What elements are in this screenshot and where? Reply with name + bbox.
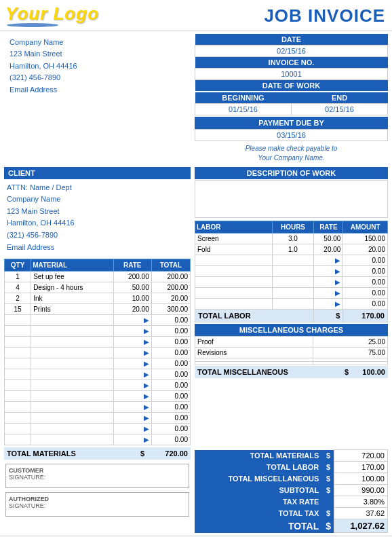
- sum-tax-rate-label: TAX RATE: [195, 496, 323, 508]
- labor-hours: 1.0: [272, 244, 314, 255]
- company-city: Hamilton, OH 44416: [9, 60, 185, 73]
- summary-table: TOTAL MATERIALS $ 720.00 TOTAL LABOR $ 1…: [195, 449, 388, 533]
- mat-material: Set up fee: [31, 272, 114, 282]
- mat-empty-arrow: ▶: [113, 402, 151, 413]
- mat-empty-arrow: ▶: [113, 424, 151, 434]
- mat-material: Design - 4 hours: [31, 282, 114, 293]
- labor-desc-empty: [195, 287, 273, 298]
- labor-hours: 3.0: [272, 233, 314, 244]
- material-row-empty: ▶ 0.00: [5, 402, 191, 413]
- signature-section: CUSTOMER SIGNATURE: AUTHORIZED SIGNATURE…: [4, 464, 191, 517]
- misc-amount: 25.00: [313, 336, 387, 347]
- mat-empty-material: [31, 326, 114, 337]
- labor-arrow: ▶: [314, 287, 343, 298]
- invoice-page: Your Logo JOB INVOICE Company Name 123 M…: [0, 0, 392, 537]
- labor-header-labor: LABOR: [195, 221, 273, 233]
- mat-empty-qty: [5, 380, 31, 391]
- date-invoice-table: DATE 02/15/16 INVOICE NO. 10001 DATE OF …: [195, 34, 388, 91]
- mat-material: Ink: [31, 293, 114, 304]
- beginning-value: 01/15/16: [195, 103, 292, 115]
- work-dates-table: BEGINNING END 01/15/16 02/15/16: [195, 92, 388, 115]
- client-city: Hamilton, OH 44416: [7, 217, 188, 229]
- mat-empty-arrow: ▶: [113, 358, 151, 369]
- summary-total-misc: TOTAL MISCELLANEOUS $ 100.00: [195, 473, 388, 485]
- sum-total-misc-dollar: $: [323, 473, 334, 485]
- material-row-empty: ▶ 0.00: [5, 348, 191, 358]
- client-attn: ATTN: Name / Dept: [7, 182, 188, 194]
- mat-header-material: MATERIAL: [31, 259, 114, 272]
- authorized-sig-row: AUTHORIZED SIGNATURE:: [5, 492, 189, 517]
- mat-empty-total: 0.00: [151, 337, 190, 348]
- description-header: DESCRIPTION OF WORK: [195, 167, 388, 179]
- bottom-area: TOTAL MATERIALS $ 720.00 CUSTOMER SIGNAT…: [0, 447, 392, 533]
- mat-empty-arrow: ▶: [113, 434, 151, 445]
- mat-header-total: TOTAL: [151, 259, 190, 272]
- total-misc-label: TOTAL MISCELLANEOUS: [197, 368, 345, 376]
- company-phone: (321) 456-7890: [9, 72, 185, 84]
- client-header: CLIENT: [4, 167, 191, 179]
- mat-qty: 4: [5, 282, 31, 293]
- material-row: 2 Ink 10.00 20.00: [5, 293, 191, 304]
- sum-total-labor-label: TOTAL LABOR: [195, 462, 323, 473]
- material-row-empty: ▶ 0.00: [5, 337, 191, 348]
- end-label: END: [292, 92, 388, 104]
- labor-desc: Screen: [195, 233, 273, 244]
- sum-total-materials-label: TOTAL MATERIALS: [195, 450, 323, 462]
- client-name: Company Name: [7, 193, 188, 206]
- total-materials-row: TOTAL MATERIALS $ 720.00: [4, 447, 191, 460]
- misc-row: [195, 361, 388, 365]
- header: Your Logo JOB INVOICE: [0, 0, 392, 31]
- customer-sig-label: SIGNATURE:: [9, 474, 186, 481]
- sum-subtotal-dollar: $: [323, 485, 334, 496]
- material-row-empty: ▶ 0.00: [5, 434, 191, 445]
- mat-rate: 10.00: [113, 293, 151, 304]
- labor-row: ▶ 0.00: [195, 287, 388, 298]
- mat-empty-qty: [5, 348, 31, 358]
- labor-row: Screen 3.0 50.00 150.00: [195, 233, 388, 244]
- total-labor-value: 170.00: [343, 309, 388, 322]
- misc-header: MISCELLANEOUS CHARGES: [195, 324, 388, 336]
- mat-empty-arrow: ▶: [113, 337, 151, 348]
- authorized-sig-label: SIGNATURE:: [9, 502, 186, 509]
- labor-amount-empty: 0.00: [343, 265, 388, 276]
- date-of-work-label: DATE OF WORK: [195, 79, 388, 91]
- labor-arrow: ▶: [314, 265, 343, 276]
- mat-empty-material: [31, 413, 114, 424]
- summary-grand-total: TOTAL $ 1,027.62: [195, 519, 388, 533]
- mat-empty-material: [31, 315, 114, 326]
- total-labor-dollar: $: [314, 309, 343, 322]
- labor-desc-empty: [195, 265, 273, 276]
- misc-row: Proof 25.00: [195, 336, 388, 347]
- labor-amount-empty: 0.00: [343, 255, 388, 265]
- mat-total: 300.00: [151, 304, 190, 315]
- total-labor-row: TOTAL LABOR $ 170.00: [195, 309, 388, 322]
- description-area: [195, 180, 388, 218]
- labor-rate: 50.00: [314, 233, 343, 244]
- material-row-empty: ▶ 0.00: [5, 391, 191, 402]
- total-materials-label: TOTAL MATERIALS: [7, 449, 140, 458]
- mat-empty-arrow: ▶: [113, 391, 151, 402]
- client-phone: (321) 456-7890: [7, 229, 188, 242]
- material-row: 15 Prints 20.00 300.00: [5, 304, 191, 315]
- client-email: Email Address: [7, 242, 188, 254]
- sum-total-materials-value: 720.00: [334, 450, 388, 462]
- mat-rate: 50.00: [113, 282, 151, 293]
- labor-row: ▶ 0.00: [195, 298, 388, 309]
- check-payable-line1: Please make check payable to: [246, 145, 338, 152]
- mat-empty-qty: [5, 326, 31, 337]
- material-row-empty: ▶ 0.00: [5, 315, 191, 326]
- labor-desc: Fold: [195, 244, 273, 255]
- mat-empty-total: 0.00: [151, 358, 190, 369]
- labor-rate: 20.00: [314, 244, 343, 255]
- mat-header-qty: QTY: [5, 259, 31, 272]
- mat-empty-total: 0.00: [151, 434, 190, 445]
- sum-subtotal-label: SUBTOTAL: [195, 485, 323, 496]
- labor-row: Fold 1.0 20.00 20.00: [195, 244, 388, 255]
- material-row-empty: ▶ 0.00: [5, 424, 191, 434]
- mat-empty-qty: [5, 358, 31, 369]
- misc-desc: [195, 361, 313, 365]
- labor-desc-empty: [195, 255, 273, 265]
- labor-amount-empty: 0.00: [343, 276, 388, 287]
- customer-label: CUSTOMER: [9, 467, 186, 474]
- mat-empty-material: [31, 380, 114, 391]
